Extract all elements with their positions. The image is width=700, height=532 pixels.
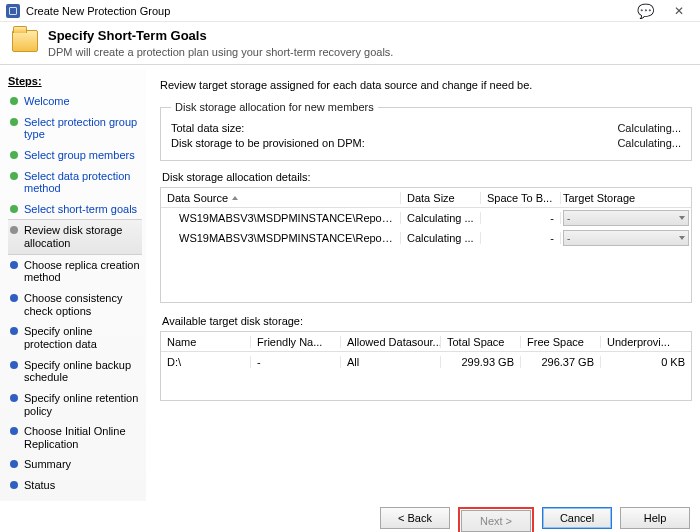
step-label: Select short-term goals [24, 203, 137, 216]
cell-space: - [481, 232, 561, 244]
cell-allowed: All [341, 356, 441, 368]
cell-size: Calculating ... [401, 232, 481, 244]
window-title: Create New Protection Group [26, 5, 628, 17]
step-bullet-icon [10, 151, 18, 159]
step-3[interactable]: Select data protection method [8, 166, 142, 199]
step-6: Choose replica creation method [8, 255, 142, 288]
col-free[interactable]: Free Space [521, 336, 601, 348]
step-label: Specify online protection data [24, 325, 140, 350]
col-friendly[interactable]: Friendly Na... [251, 336, 341, 348]
review-instruction: Review target storage assigned for each … [160, 79, 692, 91]
step-label: Specify online backup schedule [24, 359, 140, 384]
header-divider [0, 64, 700, 65]
details-header-row[interactable]: Data Source Data Size Space To B... Targ… [161, 188, 691, 208]
cell-space: - [481, 212, 561, 224]
cell-free: 296.37 GB [521, 356, 601, 368]
step-5: Review disk storage allocation [8, 219, 142, 254]
details-row[interactable]: WS19MABSV3\MSDPMINSTANCE\ReportServe...C… [161, 208, 691, 228]
step-bullet-icon [10, 226, 18, 234]
chevron-down-icon [679, 216, 685, 220]
close-icon[interactable]: ✕ [662, 1, 696, 21]
steps-sidebar: Steps: WelcomeSelect protection group ty… [0, 69, 146, 501]
next-button[interactable]: Next > [461, 510, 531, 532]
col-data-source: Data Source [161, 192, 401, 204]
step-bullet-icon [10, 118, 18, 126]
col-target-storage[interactable]: Target Storage [561, 192, 691, 204]
chat-icon[interactable]: 💬 [628, 1, 662, 21]
step-11: Choose Initial Online Replication [8, 421, 142, 454]
step-12: Summary [8, 454, 142, 475]
target-storage-dropdown[interactable]: - [563, 230, 689, 246]
new-members-legend: Disk storage allocation for new members [171, 101, 378, 113]
sort-asc-icon [232, 196, 238, 200]
cell-under: 0 KB [601, 356, 691, 368]
total-data-size-label: Total data size: [171, 122, 617, 134]
details-row[interactable]: WS19MABSV3\MSDPMINSTANCE\ReportServe...C… [161, 228, 691, 248]
col-data-size[interactable]: Data Size [401, 192, 481, 204]
step-label: Choose consistency check options [24, 292, 140, 317]
step-label: Choose replica creation method [24, 259, 140, 284]
step-label: Select group members [24, 149, 135, 162]
target-storage-dropdown[interactable]: - [563, 210, 689, 226]
title-bar: Create New Protection Group 💬 ✕ [0, 0, 700, 22]
cell-name: D:\ [161, 356, 251, 368]
step-bullet-icon [10, 427, 18, 435]
col-under[interactable]: Underprovi... [601, 336, 691, 348]
cell-size: Calculating ... [401, 212, 481, 224]
cell-target: - [561, 210, 691, 226]
steps-heading: Steps: [8, 75, 142, 87]
chevron-down-icon [679, 236, 685, 240]
step-label: Specify online retention policy [24, 392, 140, 417]
step-bullet-icon [10, 361, 18, 369]
col-name[interactable]: Name [161, 336, 251, 348]
col-allowed[interactable]: Allowed Datasour... [341, 336, 441, 348]
step-10: Specify online retention policy [8, 388, 142, 421]
step-1[interactable]: Select protection group type [8, 112, 142, 145]
cell-total: 299.93 GB [441, 356, 521, 368]
step-bullet-icon [10, 481, 18, 489]
step-bullet-icon [10, 327, 18, 335]
cell-friendly: - [251, 356, 341, 368]
step-bullet-icon [10, 460, 18, 468]
back-button[interactable]: < Back [380, 507, 450, 529]
content-pane: Review target storage assigned for each … [146, 69, 700, 501]
step-bullet-icon [10, 394, 18, 402]
available-row[interactable]: D:\-All299.93 GB296.37 GB0 KB [161, 352, 691, 372]
step-label: Select data protection method [24, 170, 140, 195]
col-total[interactable]: Total Space [441, 336, 521, 348]
step-2[interactable]: Select group members [8, 145, 142, 166]
col-space-to-be[interactable]: Space To B... [481, 192, 561, 204]
new-members-group: Disk storage allocation for new members … [160, 101, 692, 161]
step-bullet-icon [10, 261, 18, 269]
step-8: Specify online protection data [8, 321, 142, 354]
step-label: Choose Initial Online Replication [24, 425, 140, 450]
app-icon [6, 4, 20, 18]
step-bullet-icon [10, 172, 18, 180]
allocation-details-table: Data Source Data Size Space To B... Targ… [160, 187, 692, 303]
available-header-row[interactable]: Name Friendly Na... Allowed Datasour... … [161, 332, 691, 352]
cell-source: WS19MABSV3\MSDPMINSTANCE\ReportServe... [161, 232, 401, 244]
step-4[interactable]: Select short-term goals [8, 199, 142, 220]
step-bullet-icon [10, 97, 18, 105]
step-label: Welcome [24, 95, 70, 108]
step-0[interactable]: Welcome [8, 91, 142, 112]
provisioned-storage-value: Calculating... [617, 137, 681, 149]
step-label: Review disk storage allocation [24, 224, 140, 249]
step-7: Choose consistency check options [8, 288, 142, 321]
step-bullet-icon [10, 205, 18, 213]
page-title: Specify Short-Term Goals [48, 28, 393, 43]
folder-icon [12, 30, 38, 52]
help-button[interactable]: Help [620, 507, 690, 529]
available-title: Available target disk storage: [162, 315, 692, 327]
step-bullet-icon [10, 294, 18, 302]
wizard-footer: < Back Next > Cancel Help [0, 501, 700, 532]
next-button-highlight: Next > [458, 507, 534, 532]
details-title: Disk storage allocation details: [162, 171, 692, 183]
page-subtitle: DPM will create a protection plan using … [48, 46, 393, 58]
total-data-size-value: Calculating... [617, 122, 681, 134]
cell-target: - [561, 230, 691, 246]
cancel-button[interactable]: Cancel [542, 507, 612, 529]
available-storage-table: Name Friendly Na... Allowed Datasour... … [160, 331, 692, 401]
step-label: Status [24, 479, 55, 492]
wizard-header: Specify Short-Term Goals DPM will create… [0, 22, 700, 64]
